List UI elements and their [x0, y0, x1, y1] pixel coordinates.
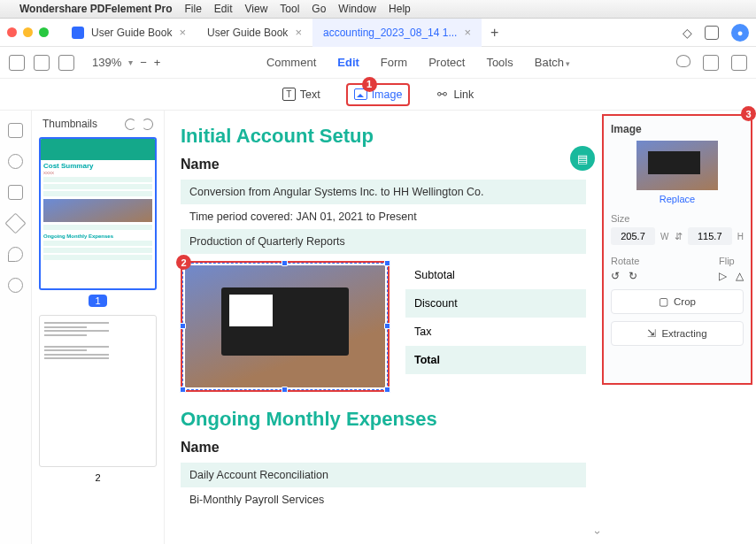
rotate-right-icon[interactable]	[142, 119, 153, 130]
edit-image-button[interactable]: 1 Image	[346, 83, 411, 106]
workspace: Thumbnails Cost Summaryxxxx Ongoing Mont…	[0, 111, 756, 544]
sidebar-toggle-icon[interactable]	[9, 55, 25, 71]
tab-userguide-2[interactable]: User Guide Book ×	[197, 19, 312, 47]
new-tab-button[interactable]: +	[482, 25, 507, 41]
setup-table: Conversion from Angular Systems Inc. to …	[181, 180, 586, 254]
resize-handle[interactable]	[180, 323, 186, 329]
table-row[interactable]: Production of Quarterly Reports	[181, 229, 586, 254]
menu-window[interactable]: Window	[338, 3, 376, 15]
menu-tool[interactable]: Tool	[280, 3, 299, 15]
attachment-icon[interactable]	[8, 247, 23, 262]
zoom-control[interactable]: 139% ▾ − +	[92, 56, 160, 69]
close-tab-icon[interactable]: ×	[179, 26, 186, 39]
tab-accounting[interactable]: accounting_2023_08_14 1... ×	[312, 19, 482, 47]
zoom-minus[interactable]: −	[140, 56, 147, 69]
table-row[interactable]: Conversion from Angular Systems Inc. to …	[181, 180, 586, 204]
thumbnails-icon[interactable]	[34, 55, 50, 71]
chevron-down-icon[interactable]: ▾	[128, 57, 133, 67]
panel-toggle-icon[interactable]	[731, 55, 747, 71]
tab-label: User Guide Book	[91, 27, 172, 39]
panel-title: Image	[611, 123, 744, 135]
document-view[interactable]: ▤ Initial Account Setup Name Conversion …	[165, 111, 602, 544]
bell-icon[interactable]: ◇	[683, 26, 692, 40]
link-icon: ⚯	[436, 88, 449, 101]
cloud-icon[interactable]	[676, 55, 690, 67]
menu-view[interactable]: View	[245, 3, 268, 15]
extract-button[interactable]: ⇲ Extracting	[611, 321, 744, 346]
maximize-window-icon[interactable]	[39, 27, 49, 37]
image-properties-panel: 3 Image Replace Size W ⇵ H Rotate ↺ ↻ Fl…	[602, 114, 752, 385]
flip-label: Flip	[719, 256, 744, 266]
bookmark-icon[interactable]	[8, 185, 23, 200]
resize-handle[interactable]	[384, 387, 390, 393]
device-icon[interactable]	[705, 26, 719, 40]
thumbnail-page-1[interactable]: Cost Summaryxxxx Ongoing Monthly Expense…	[39, 137, 157, 290]
zoom-plus[interactable]: +	[154, 56, 161, 69]
label: Image	[372, 88, 403, 101]
thumbnails-panel: Thumbnails Cost Summaryxxxx Ongoing Mont…	[32, 111, 165, 544]
zoom-value: 139%	[92, 56, 121, 69]
rotate-left-icon[interactable]	[125, 119, 136, 130]
resize-handle[interactable]	[282, 260, 288, 266]
user-avatar[interactable]: ●	[731, 24, 749, 42]
close-window-icon[interactable]	[7, 27, 17, 37]
tab-edit[interactable]: Edit	[337, 56, 359, 69]
tab-batch[interactable]: Batch	[535, 56, 571, 69]
minimize-window-icon[interactable]	[23, 27, 33, 37]
crop-button[interactable]: ▢ Crop	[611, 289, 744, 314]
replace-button[interactable]: Replace	[611, 194, 744, 204]
tab-form[interactable]: Form	[381, 56, 407, 69]
menu-file[interactable]: File	[185, 3, 202, 15]
callout-1: 1	[362, 77, 377, 92]
rotate-left-icon[interactable]: ↺	[611, 270, 620, 282]
resize-handle[interactable]	[384, 323, 390, 329]
close-tab-icon[interactable]: ×	[464, 26, 471, 39]
search-icon[interactable]	[8, 278, 23, 293]
rotate-right-icon[interactable]: ↻	[629, 270, 637, 282]
summary-column: Subtotal Discount Tax Total	[405, 261, 586, 392]
tab-label: accounting_2023_08_14 1...	[323, 27, 457, 39]
scroll-down-icon[interactable]: ›	[591, 531, 602, 534]
lock-aspect-icon[interactable]: ⇵	[674, 231, 682, 241]
page-icon[interactable]	[8, 123, 23, 138]
summary-total: Total	[405, 346, 586, 374]
extract-icon: ⇲	[647, 327, 656, 340]
image-preview	[636, 141, 718, 190]
thumbnail-page-2[interactable]	[39, 315, 157, 468]
layers-icon[interactable]	[4, 212, 26, 234]
resize-handle[interactable]	[180, 387, 186, 393]
menu-edit[interactable]: Edit	[214, 3, 233, 15]
heading-ongoing: Ongoing Monthly Expenses	[181, 408, 586, 431]
flip-horizontal-icon[interactable]: ▷	[719, 270, 727, 282]
layout-icon[interactable]	[58, 55, 74, 71]
tab-userguide-1[interactable]: User Guide Book ×	[61, 19, 197, 47]
flip-vertical-icon[interactable]: △	[736, 270, 744, 282]
edit-link-button[interactable]: ⚯ Link	[429, 84, 480, 104]
menu-go[interactable]: Go	[312, 3, 326, 15]
traffic-lights[interactable]	[7, 27, 49, 37]
resize-handle[interactable]	[282, 387, 288, 393]
table-row[interactable]: Bi-Monthly Payroll Services	[181, 487, 586, 512]
tab-protect[interactable]: Protect	[428, 56, 465, 69]
tab-comment[interactable]: Comment	[266, 56, 316, 69]
ongoing-table: Daily Account Reconciliation Bi-Monthly …	[181, 463, 586, 512]
window-chrome: User Guide Book × User Guide Book × acco…	[0, 19, 756, 47]
crop-icon: ▢	[659, 295, 668, 308]
menu-help[interactable]: Help	[389, 3, 411, 15]
close-tab-icon[interactable]: ×	[295, 26, 302, 39]
resize-handle[interactable]	[384, 260, 390, 266]
selected-image[interactable]	[182, 263, 388, 390]
comment-icon[interactable]	[8, 154, 23, 169]
main-toolbar: 139% ▾ − + Comment Edit Form Protect Too…	[0, 47, 756, 79]
table-row[interactable]: Daily Account Reconciliation	[181, 463, 586, 487]
edit-text-button[interactable]: T Text	[276, 84, 327, 104]
share-icon[interactable]	[703, 55, 719, 71]
height-input[interactable]	[688, 227, 732, 245]
mode-tabs: Comment Edit Form Protect Tools Batch	[266, 56, 571, 69]
width-input[interactable]	[611, 227, 655, 245]
name-label: Name	[181, 157, 586, 172]
size-label: Size	[611, 213, 744, 224]
chart-fab-icon[interactable]: ▤	[570, 146, 595, 171]
tab-tools[interactable]: Tools	[486, 56, 513, 69]
table-row[interactable]: Time period covered: JAN 01, 2021 to Pre…	[181, 204, 586, 229]
